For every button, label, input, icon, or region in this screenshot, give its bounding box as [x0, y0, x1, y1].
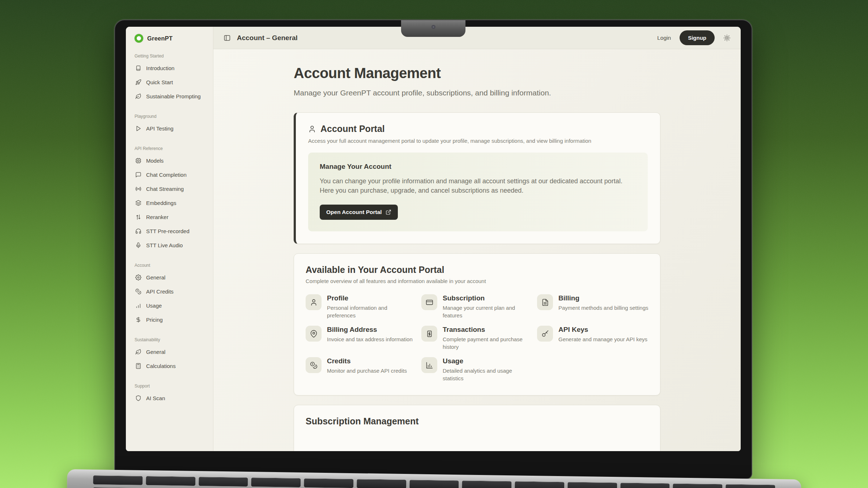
- topbar-actions: Login Signup: [657, 30, 731, 45]
- panel-left-icon[interactable]: [224, 34, 231, 42]
- sidebar-item-general[interactable]: General: [135, 345, 207, 359]
- feature-description: Monitor and purchase API credits: [327, 367, 407, 374]
- cpu-icon: [135, 158, 141, 164]
- feature-title: Transactions: [443, 326, 533, 334]
- sidebar-item-label: STT Live Audio: [146, 242, 183, 248]
- sidebar-section-label: API Reference: [135, 146, 207, 151]
- signup-button[interactable]: Signup: [680, 30, 715, 45]
- sidebar-item-label: Pricing: [146, 317, 163, 323]
- main-area: Account – General Login Signup Account M…: [213, 27, 741, 451]
- sidebar-item-introduction[interactable]: Introduction: [135, 61, 207, 75]
- chart-column-icon: [421, 357, 437, 373]
- sun-icon[interactable]: [723, 34, 731, 42]
- feature-title: Billing: [558, 294, 648, 302]
- key-icon: [537, 326, 553, 342]
- sidebar-item-label: STT Pre-recorded: [146, 228, 190, 234]
- sidebar-item-chat-completion[interactable]: Chat Completion: [135, 168, 207, 181]
- sidebar-item-sustainable-prompting[interactable]: Sustainable Prompting: [135, 90, 207, 103]
- sidebar-item-label: Introduction: [146, 65, 174, 71]
- laptop-screen: GreenPT Getting StartedIntroductionQuick…: [114, 20, 752, 479]
- headphones-icon: [135, 228, 141, 234]
- sidebar-item-ai-scan[interactable]: AI Scan: [135, 391, 207, 405]
- brand-name: GreenPT: [147, 35, 173, 42]
- sidebar-section-label: Playground: [135, 114, 207, 119]
- sidebar-item-label: Chat Streaming: [146, 186, 184, 192]
- sidebar-item-label: API Testing: [146, 125, 174, 132]
- feature-description: Complete payment and purchase history: [443, 335, 533, 351]
- mic-icon: [135, 242, 141, 248]
- keyboard-key: [199, 477, 248, 487]
- user-icon: [308, 125, 316, 133]
- sidebar-item-label: General: [146, 349, 165, 355]
- keyboard-key: [462, 480, 512, 488]
- open-account-portal-label: Open Account Portal: [326, 209, 382, 215]
- sidebar-item-label: Embeddings: [146, 200, 176, 206]
- open-account-portal-button[interactable]: Open Account Portal: [320, 205, 398, 220]
- map-pin-icon: [306, 326, 322, 342]
- brand-logo[interactable]: GreenPT: [135, 34, 207, 43]
- sidebar-item-usage[interactable]: Usage: [135, 299, 207, 312]
- login-link[interactable]: Login: [657, 35, 671, 41]
- sidebar-item-label: Chat Completion: [146, 172, 187, 178]
- topbar: Account – General Login Signup: [213, 27, 741, 49]
- file-text-icon: [537, 294, 553, 310]
- keyboard-key: [726, 484, 775, 488]
- sidebar-item-reranker[interactable]: Reranker: [135, 210, 207, 224]
- subscription-management-card: Subscription Management: [294, 405, 660, 451]
- feature-description: Generate and manage your API keys: [558, 335, 647, 343]
- keyboard-key: [251, 478, 301, 487]
- manage-account-body: You can change your profile information …: [320, 176, 636, 195]
- brand-logo-icon: [135, 34, 143, 43]
- play-icon: [135, 125, 141, 132]
- layers-icon: [135, 200, 141, 206]
- keyboard-key: [567, 482, 617, 488]
- book-icon: [135, 65, 141, 71]
- feature-item-profile: ProfilePersonal information and preferen…: [306, 294, 417, 319]
- user-icon: [306, 294, 322, 310]
- sidebar-item-calculations[interactable]: Calculations: [135, 359, 207, 373]
- coins-icon: [135, 288, 141, 295]
- sidebar-item-label: Usage: [146, 303, 162, 309]
- feature-description: Detailed analytics and usage statistics: [443, 367, 533, 382]
- feature-item-transactions: TransactionsComplete payment and purchas…: [421, 326, 533, 351]
- sidebar-item-models[interactable]: Models: [135, 154, 207, 167]
- settings-icon: [135, 274, 141, 281]
- subscription-management-title: Subscription Management: [306, 416, 648, 427]
- app-window: GreenPT Getting StartedIntroductionQuick…: [126, 27, 741, 451]
- sidebar-item-pricing[interactable]: Pricing: [135, 313, 207, 326]
- sidebar-item-label: AI Scan: [146, 395, 165, 401]
- sidebar-item-stt-pre-recorded[interactable]: STT Pre-recorded: [135, 224, 207, 238]
- feature-title: API Keys: [558, 326, 647, 334]
- content-area: Account Management Manage your GreenPT a…: [213, 49, 741, 451]
- portal-features-card: Available in Your Account Portal Complet…: [294, 253, 660, 395]
- manage-account-panel: Manage Your Account You can change your …: [308, 153, 648, 231]
- keyboard-key: [620, 483, 670, 488]
- arrow-up-down-icon: [135, 214, 141, 220]
- account-portal-description: Access your full account management port…: [308, 138, 648, 144]
- external-link-icon: [386, 209, 391, 215]
- keyboard-key: [357, 479, 406, 488]
- sidebar-item-quick-start[interactable]: Quick Start: [135, 76, 207, 89]
- account-portal-title: Account Portal: [320, 124, 385, 134]
- credit-card-icon: [421, 294, 437, 310]
- keyboard-key: [304, 478, 353, 488]
- sidebar-item-label: API Credits: [146, 288, 174, 295]
- keyboard-key: [146, 476, 195, 486]
- features-grid: ProfilePersonal information and preferen…: [306, 294, 648, 382]
- sidebar-item-general[interactable]: General: [135, 271, 207, 284]
- feature-description: Invoice and tax address information: [327, 335, 413, 343]
- feature-item-credits: CreditsMonitor and purchase API credits: [306, 357, 417, 382]
- page-title: Account Management: [294, 65, 660, 81]
- sidebar-item-embeddings[interactable]: Embeddings: [135, 196, 207, 210]
- sidebar-item-chat-streaming[interactable]: Chat Streaming: [135, 182, 207, 196]
- rocket-icon: [135, 79, 141, 85]
- radio-icon: [135, 186, 141, 192]
- feature-item-billing: BillingPayment methods and billing setti…: [537, 294, 648, 319]
- feature-description: Personal information and preferences: [327, 304, 417, 319]
- feature-item-subscription: SubscriptionManage your current plan and…: [421, 294, 533, 319]
- manage-account-title: Manage Your Account: [320, 163, 636, 171]
- sidebar-item-stt-live-audio[interactable]: STT Live Audio: [135, 239, 207, 252]
- laptop-notch: [401, 20, 465, 37]
- sidebar-item-api-testing[interactable]: API Testing: [135, 122, 207, 135]
- sidebar-item-api-credits[interactable]: API Credits: [135, 285, 207, 298]
